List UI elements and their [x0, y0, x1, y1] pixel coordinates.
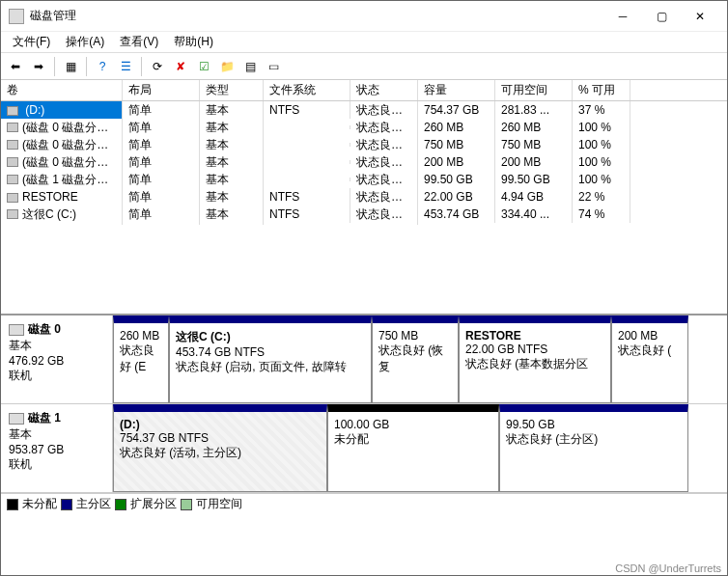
maximize-button[interactable]: ▢ [642, 2, 681, 31]
title-bar: 磁盘管理 ─ ▢ ✕ [1, 1, 727, 32]
partition-container: (D:)754.37 GB NTFS状态良好 (活动, 主分区)100.00 G… [113, 404, 727, 492]
volume-header: 卷 布局 类型 文件系统 状态 容量 可用空间 % 可用 [1, 80, 727, 101]
properties-icon[interactable]: ▤ [239, 56, 261, 77]
delete-icon[interactable]: ✘ [170, 56, 191, 77]
volume-row[interactable]: (磁盘 0 磁盘分区 1)简单基本状态良好 (...260 MB260 MB10… [1, 119, 727, 136]
col-type[interactable]: 类型 [200, 80, 264, 100]
window-title: 磁盘管理 [30, 8, 603, 24]
volume-row[interactable]: (磁盘 0 磁盘分区 6)简单基本状态良好 (...200 MB200 MB10… [1, 153, 727, 171]
refresh-icon[interactable]: ⟳ [147, 56, 168, 77]
legend-free-label: 可用空间 [196, 496, 242, 512]
help-icon[interactable]: ? [92, 56, 113, 77]
close-button[interactable]: ✕ [681, 2, 719, 31]
back-icon[interactable]: ⬅ [5, 56, 26, 77]
list-icon[interactable]: ☰ [115, 56, 136, 77]
disk-icon [9, 413, 24, 425]
separator [86, 57, 87, 76]
col-filesystem[interactable]: 文件系统 [264, 80, 350, 100]
volume-row[interactable]: (D:)简单基本NTFS状态良好 (...754.37 GB281.83 ...… [1, 101, 727, 119]
legend-free-icon [181, 499, 192, 510]
menu-help[interactable]: 帮助(H) [166, 32, 221, 52]
disk-header[interactable]: 磁盘 1基本953.87 GB联机 [1, 404, 113, 492]
minimize-button[interactable]: ─ [603, 2, 642, 31]
toolbar: ⬅ ➡ ▦ ? ☰ ⟳ ✘ ☑ 📁 ▤ ▭ [1, 53, 727, 80]
legend-extended-label: 扩展分区 [130, 496, 177, 512]
app-icon [9, 9, 24, 24]
partition[interactable]: 200 MB状态良好 ( [611, 315, 688, 403]
separator [141, 57, 142, 76]
legend-extended-icon [115, 499, 126, 510]
disk-row: 磁盘 0基本476.92 GB联机260 MB状态良好 (E这很C (C:)45… [1, 315, 727, 404]
col-capacity[interactable]: 容量 [418, 80, 495, 100]
menu-view[interactable]: 查看(V) [112, 32, 166, 52]
partition[interactable]: 这很C (C:)453.74 GB NTFS状态良好 (启动, 页面文件, 故障… [169, 315, 372, 403]
volume-row[interactable]: 这很C (C:)简单基本NTFS状态良好 (...453.74 GB334.40… [1, 206, 727, 223]
forward-icon[interactable]: ➡ [28, 56, 49, 77]
legend-primary-label: 主分区 [76, 496, 111, 512]
volume-icon [7, 175, 18, 184]
legend: 未分配 主分区 扩展分区 可用空间 [1, 493, 727, 514]
legend-unallocated-icon [7, 499, 18, 510]
col-percent[interactable]: % 可用 [573, 80, 630, 100]
volume-row[interactable]: RESTORE简单基本NTFS状态良好 (...22.00 GB4.94 GB2… [1, 188, 727, 206]
disk-header[interactable]: 磁盘 0基本476.92 GB联机 [1, 315, 113, 403]
columns-icon[interactable]: ▦ [60, 56, 81, 77]
volume-icon [7, 157, 18, 167]
col-volume[interactable]: 卷 [1, 80, 123, 100]
volume-rows: (D:)简单基本NTFS状态良好 (...754.37 GB281.83 ...… [1, 101, 727, 314]
volume-icon [7, 209, 18, 219]
volume-icon [7, 123, 18, 132]
partition[interactable]: 750 MB状态良好 (恢复 [372, 315, 459, 403]
partition[interactable]: 100.00 GB未分配 [327, 404, 499, 492]
partition[interactable]: 260 MB状态良好 (E [113, 315, 169, 403]
partition[interactable]: 99.50 GB状态良好 (主分区) [499, 404, 688, 492]
col-layout[interactable]: 布局 [123, 80, 200, 100]
menu-bar: 文件(F) 操作(A) 查看(V) 帮助(H) [1, 32, 727, 53]
volume-icon [7, 193, 18, 203]
volume-row[interactable]: (磁盘 0 磁盘分区 4)简单基本状态良好 (...750 MB750 MB10… [1, 136, 727, 153]
volume-icon [7, 106, 18, 116]
disk-icon [9, 324, 24, 336]
volume-row[interactable]: (磁盘 1 磁盘分区 2)简单基本状态良好 (...99.50 GB99.50 … [1, 171, 727, 188]
legend-unallocated-label: 未分配 [22, 496, 57, 512]
separator [54, 57, 55, 76]
menu-action[interactable]: 操作(A) [58, 32, 112, 52]
menu-file[interactable]: 文件(F) [5, 32, 58, 52]
volume-icon [7, 140, 18, 150]
disk-map: 磁盘 0基本476.92 GB联机260 MB状态良好 (E这很C (C:)45… [1, 315, 727, 493]
new-folder-icon[interactable]: 📁 [216, 56, 238, 77]
partition[interactable]: RESTORE22.00 GB NTFS状态良好 (基本数据分区 [459, 315, 611, 403]
partition[interactable]: (D:)754.37 GB NTFS状态良好 (活动, 主分区) [113, 404, 327, 492]
col-free[interactable]: 可用空间 [495, 80, 573, 100]
volume-list: 卷 布局 类型 文件系统 状态 容量 可用空间 % 可用 (D:)简单基本NTF… [1, 80, 727, 315]
disk-row: 磁盘 1基本953.87 GB联机 (D:)754.37 GB NTFS状态良好… [1, 404, 727, 493]
partition-container: 260 MB状态良好 (E这很C (C:)453.74 GB NTFS状态良好 … [113, 315, 727, 403]
settings-icon[interactable]: ▭ [263, 56, 284, 77]
watermark: CSDN @UnderTurrets [609, 562, 727, 575]
checkbox-icon[interactable]: ☑ [193, 56, 214, 77]
legend-primary-icon [61, 499, 72, 510]
col-status[interactable]: 状态 [350, 80, 418, 100]
